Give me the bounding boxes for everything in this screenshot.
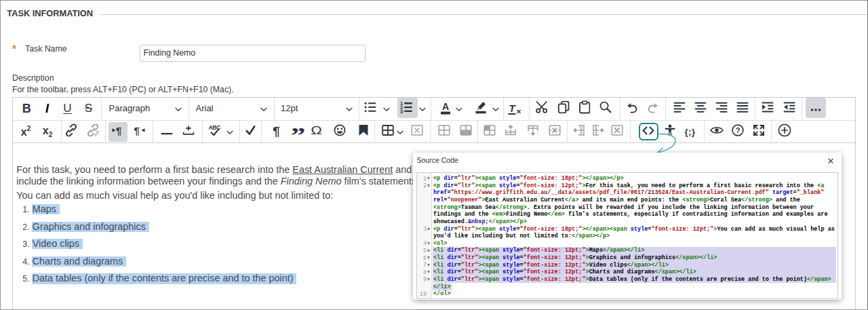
- svg-text:ABC: ABC: [209, 125, 222, 132]
- svg-text:”: ”: [291, 124, 305, 136]
- svg-text:3: 3: [400, 108, 403, 113]
- svg-text:¶: ¶: [134, 125, 139, 136]
- svg-text:?: ?: [735, 126, 740, 134]
- svg-text:Ω: Ω: [311, 124, 322, 136]
- svg-text:¶: ¶: [116, 125, 121, 136]
